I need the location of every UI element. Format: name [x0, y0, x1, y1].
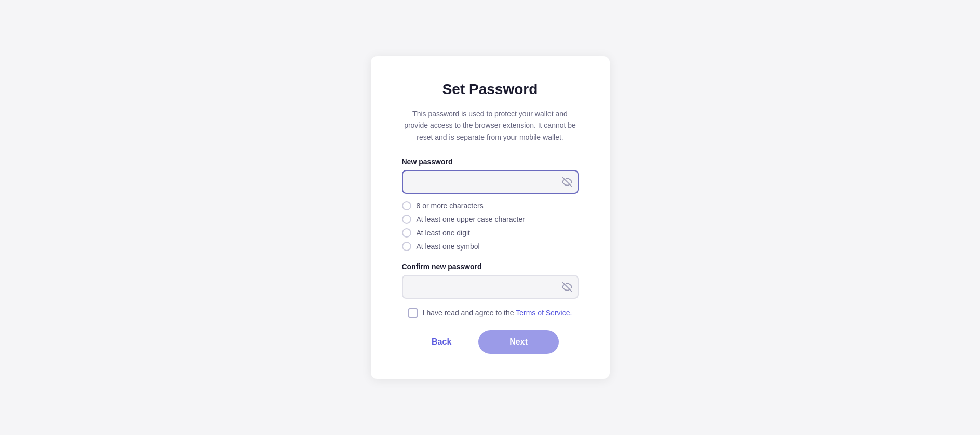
req-symbol-circle	[402, 242, 411, 251]
new-password-toggle-icon[interactable]	[562, 177, 572, 187]
terms-link[interactable]: Terms of Service.	[516, 309, 572, 317]
set-password-card: Set Password This password is used to pr…	[371, 56, 610, 379]
req-symbol-text: At least one symbol	[417, 242, 480, 251]
page-description: This password is used to protect your wa…	[402, 108, 579, 143]
new-password-label: New password	[402, 157, 579, 166]
confirm-password-input[interactable]	[402, 275, 579, 299]
confirm-password-toggle-icon[interactable]	[562, 282, 572, 292]
button-row: Back Next	[402, 330, 579, 354]
req-symbol-item: At least one symbol	[402, 242, 579, 251]
confirm-password-label: Confirm new password	[402, 262, 579, 271]
req-uppercase-circle	[402, 215, 411, 224]
req-digit-item: At least one digit	[402, 228, 579, 238]
req-uppercase-text: At least one upper case character	[417, 215, 525, 223]
confirm-password-wrapper	[402, 275, 579, 299]
next-button[interactable]: Next	[478, 330, 559, 354]
page-title: Set Password	[402, 81, 579, 98]
password-requirements: 8 or more characters At least one upper …	[402, 201, 579, 251]
back-button[interactable]: Back	[421, 331, 462, 353]
req-length-text: 8 or more characters	[417, 202, 484, 210]
req-digit-text: At least one digit	[417, 229, 471, 237]
new-password-input[interactable]	[402, 170, 579, 194]
terms-checkbox[interactable]	[408, 308, 418, 318]
new-password-wrapper	[402, 170, 579, 194]
terms-row: I have read and agree to the Terms of Se…	[402, 308, 579, 318]
req-length-item: 8 or more characters	[402, 201, 579, 210]
req-uppercase-item: At least one upper case character	[402, 215, 579, 224]
req-length-circle	[402, 201, 411, 210]
terms-text: I have read and agree to the Terms of Se…	[423, 309, 572, 317]
req-digit-circle	[402, 228, 411, 238]
terms-static-text: I have read and agree to the	[423, 309, 516, 317]
